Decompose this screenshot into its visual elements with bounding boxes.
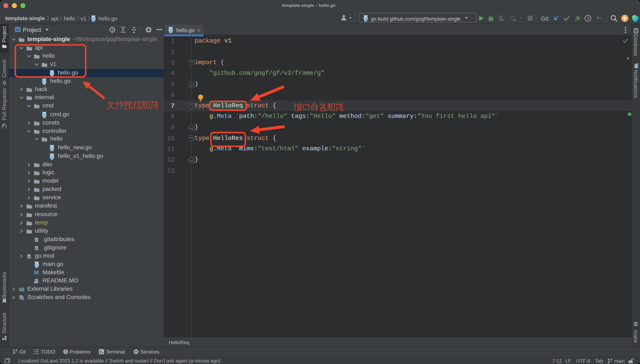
svg-text:MD: MD (34, 281, 37, 283)
